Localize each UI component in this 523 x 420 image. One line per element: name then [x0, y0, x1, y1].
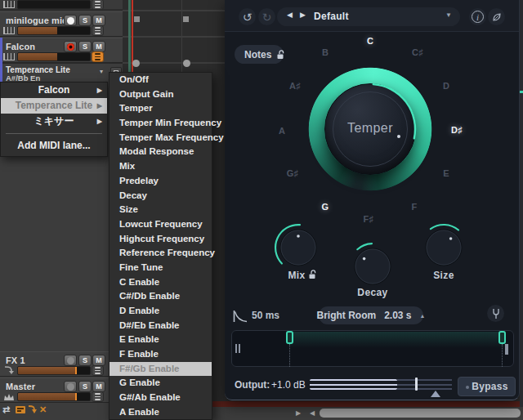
volume-fader[interactable]: [17, 366, 91, 375]
fader-bar[interactable]: [17, 0, 91, 9]
lane-menu-icon-active[interactable]: [92, 51, 104, 62]
menu-item[interactable]: E Enable: [110, 333, 212, 347]
lane-menu-icon[interactable]: [92, 0, 104, 10]
lane-menu-icon[interactable]: [92, 25, 104, 36]
right-grip-icon[interactable]: [505, 344, 508, 355]
leaf-icon[interactable]: [488, 8, 505, 25]
undo-icon[interactable]: ↺: [239, 8, 256, 25]
scroll-right-icon[interactable]: ▶: [296, 409, 301, 417]
scrollbar-thumb[interactable]: [320, 409, 521, 418]
automation-point[interactable]: [183, 60, 190, 67]
volume-fader[interactable]: [17, 26, 91, 35]
track-fx1[interactable]: FX 1 S M: [0, 351, 123, 377]
clip-list-icon[interactable]: [16, 406, 25, 413]
unlock-icon[interactable]: [308, 270, 317, 279]
menu-item[interactable]: Output Gain: [110, 87, 212, 102]
menu-item[interactable]: Mix: [110, 159, 212, 174]
menu-item[interactable]: C Enable: [110, 275, 212, 290]
menu-item[interactable]: Temper Max Frequency: [110, 131, 212, 145]
automation-point[interactable]: [132, 60, 140, 67]
note-label-a-sharp[interactable]: A♯: [289, 81, 301, 91]
menu-item[interactable]: D#/Eb Enable: [110, 319, 212, 333]
note-label-g-sharp[interactable]: G♯: [287, 168, 299, 178]
clip-marker[interactable]: [183, 16, 189, 22]
bypass-button[interactable]: Bypass: [458, 377, 516, 396]
menu-item[interactable]: D Enable: [110, 304, 212, 319]
plugin-slot-header[interactable]: Temperance Lite A#/Bb En ▾: [0, 63, 123, 82]
clip-marker[interactable]: [134, 16, 140, 22]
record-armed-icon: [67, 17, 74, 25]
decay-range-strip[interactable]: [231, 330, 514, 367]
menu-item[interactable]: F Enable: [110, 347, 212, 362]
menu-item[interactable]: Fine Tune: [110, 261, 212, 275]
note-label-d-sharp[interactable]: D♯: [451, 125, 463, 135]
track-master[interactable]: Master S M: [0, 378, 123, 403]
menu-item[interactable]: Modal Response: [110, 145, 212, 159]
output-meter[interactable]: [310, 379, 397, 390]
chevron-down-icon[interactable]: ▾: [100, 68, 103, 75]
swap-tracks-icon[interactable]: ⇄: [2, 404, 10, 415]
preset-prev-icon[interactable]: ◀: [287, 11, 293, 19]
note-label-a[interactable]: A: [279, 126, 285, 136]
menu-item-temperance-lite[interactable]: Temperance Lite▶: [1, 98, 107, 114]
menu-item[interactable]: C#/Db Enable: [110, 289, 212, 304]
note-label-f[interactable]: F: [411, 202, 417, 212]
delete-icon[interactable]: ✕: [39, 404, 47, 415]
menu-item[interactable]: Reference Frequency: [110, 246, 212, 261]
note-label-c-sharp[interactable]: C♯: [412, 47, 423, 57]
output-value[interactable]: +1.0 dB: [271, 379, 306, 391]
tuning-fork-icon[interactable]: [487, 305, 504, 322]
menu-item[interactable]: A Enable: [110, 405, 212, 420]
track-row-partial: [0, 0, 123, 11]
output-marker-icon[interactable]: [431, 391, 440, 397]
reverb-selector[interactable]: Bright Room 2.03 s ▲: [319, 306, 423, 324]
app-window: ▶ ◀ minilogue midi S M Falcon S: [0, 0, 523, 420]
left-grip-icon[interactable]: [239, 344, 240, 353]
menu-item[interactable]: Size: [110, 203, 212, 217]
preset-next-icon[interactable]: ▶: [300, 11, 306, 19]
range-start-handle[interactable]: [286, 331, 293, 344]
note-label-c[interactable]: C: [367, 36, 373, 46]
menu-item[interactable]: G#/Ab Enable: [110, 391, 212, 405]
output-meter-tail[interactable]: [397, 379, 452, 390]
redo-icon[interactable]: ↻: [258, 8, 275, 25]
notes-button[interactable]: Notes: [235, 45, 284, 64]
note-label-b[interactable]: B: [322, 47, 329, 57]
menu-item[interactable]: On/Off: [110, 73, 212, 87]
menu-item[interactable]: G Enable: [110, 376, 212, 391]
menu-item[interactable]: Highcut Frequency: [110, 232, 212, 247]
note-label-f-sharp[interactable]: F♯: [364, 214, 374, 224]
menu-item[interactable]: Temper Min Frequency: [110, 116, 212, 131]
note-label-g[interactable]: G: [322, 202, 329, 212]
volume-fader[interactable]: [17, 52, 91, 61]
menu-item-add-midi-lane[interactable]: Add MIDI lane...: [1, 138, 107, 154]
lane-menu-icon[interactable]: [92, 365, 104, 376]
left-grip-icon[interactable]: [235, 344, 237, 353]
menu-item[interactable]: Decay: [110, 189, 212, 203]
mix-knob[interactable]: [270, 219, 327, 276]
chevron-down-icon: ▼: [445, 11, 452, 19]
note-label-d[interactable]: D: [443, 81, 449, 91]
range-end-handle[interactable]: [498, 331, 506, 344]
volume-fader[interactable]: [17, 392, 91, 401]
temper-knob-label: Temper: [324, 121, 416, 136]
output-fader-handle[interactable]: [415, 378, 418, 391]
midi-lane-icon: [3, 53, 15, 60]
preset-selector[interactable]: ◀ ▶ Default ▼: [277, 7, 460, 26]
menu-item-highlighted[interactable]: F#/Gb Enable: [110, 362, 212, 377]
track-falcon[interactable]: Falcon S M: [0, 38, 123, 63]
info-icon[interactable]: i: [469, 8, 486, 25]
menu-item[interactable]: Predelay: [110, 174, 212, 189]
predelay-value[interactable]: 50 ms: [252, 310, 279, 321]
menu-item[interactable]: Lowcut Frequency: [110, 217, 212, 232]
note-label-e[interactable]: E: [443, 168, 449, 178]
menu-item-mixer[interactable]: ミキサー▶: [1, 114, 107, 129]
insert-below-icon[interactable]: [28, 405, 38, 414]
scroll-left-icon[interactable]: ◀: [310, 409, 315, 417]
menu-item-falcon[interactable]: Falcon▶: [1, 83, 107, 98]
size-knob[interactable]: [415, 219, 472, 276]
track-minilogue[interactable]: minilogue midi S M: [0, 11, 123, 37]
menu-item[interactable]: Temper: [110, 101, 212, 116]
bypass-led-icon: [466, 386, 469, 389]
lane-menu-icon[interactable]: [92, 391, 104, 402]
